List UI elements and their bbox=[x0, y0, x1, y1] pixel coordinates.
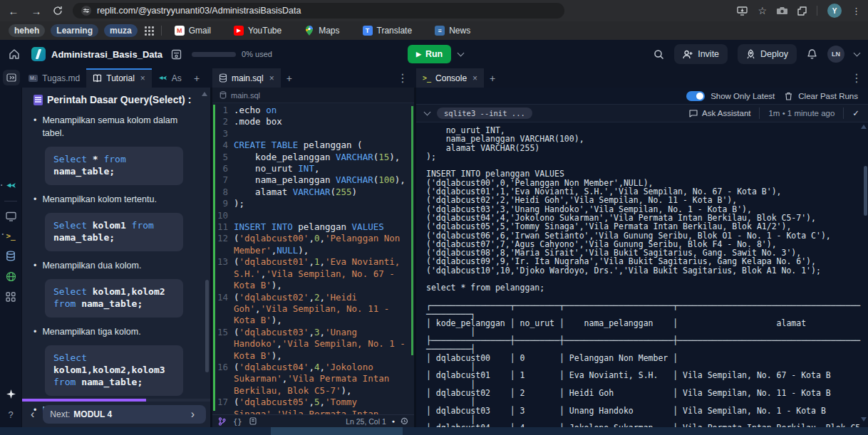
run-options-chevron-icon[interactable] bbox=[458, 50, 465, 57]
new-tab-icon[interactable]: + bbox=[281, 68, 298, 88]
tutorial-code-block[interactable]: Select * from nama_table; bbox=[45, 147, 183, 185]
new-tab-icon[interactable]: + bbox=[484, 68, 501, 88]
browser-profile-avatar[interactable]: Y bbox=[827, 4, 842, 18]
code-line[interactable]: 1.echo on bbox=[212, 105, 410, 116]
account-chevron-icon[interactable] bbox=[854, 50, 861, 57]
tab-tutorial[interactable]: Tutorial × bbox=[86, 68, 152, 88]
bookmark-gmail[interactable]: MGmail bbox=[169, 24, 217, 37]
bookmark-muza[interactable]: muza bbox=[104, 24, 138, 37]
console-output[interactable]: no_urut INT, nama_pelanggan VARCHAR(100)… bbox=[416, 123, 862, 427]
close-icon[interactable]: × bbox=[269, 73, 274, 83]
history-icon[interactable] bbox=[401, 417, 408, 425]
bookmark-heheh[interactable]: heheh bbox=[9, 24, 45, 37]
database-rail-icon[interactable] bbox=[6, 251, 16, 261]
help-icon[interactable]: ? bbox=[8, 409, 13, 420]
sparkle-upgrade-icon[interactable] bbox=[6, 389, 16, 399]
ask-assistant-button[interactable]: Ask Assistant bbox=[689, 109, 750, 117]
show-only-latest-toggle[interactable] bbox=[686, 91, 705, 101]
home-icon[interactable] bbox=[9, 48, 20, 60]
deploy-label: Deploy bbox=[760, 49, 788, 59]
console-scroll-up-icon[interactable] bbox=[861, 125, 867, 129]
code-line[interactable]: 7 nama_pelanggan VARCHAR(100), bbox=[212, 174, 410, 186]
close-icon[interactable]: × bbox=[472, 73, 477, 83]
code-text: ); bbox=[234, 198, 406, 209]
address-bar[interactable]: replit.com/@yastryyunanti03/Administrasi… bbox=[73, 3, 564, 19]
tutorial-code-block[interactable]: Select kolom1,kolom2 from nama_table; bbox=[45, 279, 183, 318]
save-status-icon[interactable] bbox=[171, 49, 182, 60]
code-line[interactable]: 3 bbox=[212, 128, 410, 140]
extensions-icon[interactable] bbox=[797, 6, 807, 16]
next-module-icon[interactable]: › bbox=[187, 408, 199, 421]
console-scroll-down-icon[interactable] bbox=[861, 417, 867, 421]
deploy-button[interactable]: Deploy bbox=[738, 44, 797, 64]
tutorial-code-block[interactable]: Select kolom1 from nama_table; bbox=[45, 213, 183, 251]
invite-button[interactable]: Invite bbox=[674, 44, 728, 64]
command-pill[interactable]: sqlite3 --init ... bbox=[437, 108, 532, 119]
search-icon[interactable] bbox=[653, 49, 664, 60]
next-module-button[interactable]: Next: MODUL 4 › bbox=[43, 405, 206, 424]
source-control-icon[interactable] bbox=[218, 417, 226, 426]
tab-assistant[interactable]: As bbox=[152, 68, 188, 88]
code-editor[interactable]: 1.echo on2.mode box34CREATE TABLE pelang… bbox=[212, 105, 410, 414]
notifications-bell-icon[interactable] bbox=[807, 48, 817, 60]
screenshot-icon[interactable] bbox=[777, 6, 787, 15]
sidebar-toggle-icon[interactable] bbox=[3, 70, 20, 85]
tutorial-code-block[interactable]: Select kolom1,kolom2,kolom3 from nama_ta… bbox=[45, 345, 183, 396]
editor-breadcrumb[interactable]: main.sql bbox=[212, 88, 414, 103]
apps-grid-icon[interactable] bbox=[145, 26, 154, 36]
pane-menu-icon[interactable]: ⋮ bbox=[845, 68, 868, 88]
scroll-up-arrow-icon[interactable] bbox=[202, 92, 207, 96]
code-line[interactable]: 17('dqlabcust05',5,'Tommy Sinaga','Vila … bbox=[212, 397, 410, 414]
code-token: , bbox=[309, 327, 314, 337]
shell-icon[interactable]: >_ bbox=[6, 231, 15, 241]
tab-main-sql[interactable]: main.sql × bbox=[212, 68, 281, 88]
back-icon[interactable]: ← bbox=[7, 5, 20, 17]
assistant-rail-icon[interactable] bbox=[6, 180, 16, 191]
cursor-position[interactable]: Ln 25, Col 1 bbox=[346, 417, 386, 426]
tab-console[interactable]: >_ Console × bbox=[416, 68, 484, 88]
replit-logo[interactable] bbox=[31, 47, 46, 61]
code-line[interactable]: 16('dqlabcust04',4,'Jokolono Sukarman','… bbox=[212, 362, 410, 397]
braces-icon[interactable]: {} bbox=[233, 417, 242, 426]
bookmark-maps[interactable]: Maps bbox=[299, 24, 345, 37]
bookmark-Learning[interactable]: Learning bbox=[51, 24, 98, 37]
collapse-chevron-icon[interactable] bbox=[424, 109, 431, 116]
tutorial-scrollbar[interactable] bbox=[205, 280, 209, 372]
code-line[interactable]: 6 no_urut INT, bbox=[212, 163, 410, 174]
bookmark-star-icon[interactable]: ☆ bbox=[758, 5, 767, 16]
output-monitor-icon[interactable] bbox=[6, 211, 16, 221]
run-button[interactable]: ▶ Run bbox=[408, 45, 451, 63]
tab-tugas-md[interactable]: M↓ Tugas.md bbox=[22, 68, 86, 88]
bookmark-news[interactable]: ≡News bbox=[429, 24, 476, 37]
code-line[interactable]: 9); bbox=[212, 198, 410, 209]
prev-module-icon[interactable]: ‹ bbox=[26, 408, 38, 421]
browser-menu-icon[interactable]: ⋮ bbox=[852, 6, 861, 16]
console-scrollbar[interactable] bbox=[864, 166, 867, 216]
new-tab-icon[interactable]: + bbox=[188, 68, 205, 88]
panel-layout-icon[interactable] bbox=[249, 417, 257, 425]
bookmark-translate[interactable]: TTranslate bbox=[357, 24, 418, 37]
install-icon[interactable] bbox=[737, 6, 748, 16]
close-icon[interactable]: × bbox=[140, 73, 145, 83]
apps-grid-rail-icon[interactable] bbox=[6, 292, 16, 302]
code-line[interactable]: 5 kode_pelanggan VARCHAR(15), bbox=[212, 152, 410, 163]
code-line[interactable]: 10 bbox=[212, 210, 410, 221]
code-line[interactable]: 11INSERT INTO pelanggan VALUES bbox=[212, 221, 410, 233]
webview-globe-icon[interactable] bbox=[6, 271, 16, 282]
pane-menu-icon[interactable]: ⋮ bbox=[391, 68, 414, 88]
code-line[interactable]: 14('dqlabcust02',2,'Heidi Goh','Vila Sem… bbox=[212, 292, 410, 327]
account-avatar[interactable]: LN bbox=[827, 46, 844, 63]
bookmark-youtube[interactable]: ▶YouTube bbox=[228, 24, 287, 37]
code-line[interactable]: 4CREATE TABLE pelanggan ( bbox=[212, 140, 410, 151]
clear-past-runs-label[interactable]: Clear Past Runs bbox=[798, 92, 858, 100]
trash-icon[interactable] bbox=[785, 92, 792, 100]
reload-icon[interactable] bbox=[53, 6, 66, 16]
code-line[interactable]: 12('dqlabcust00',0,'Pelanggan Non Member… bbox=[212, 233, 410, 256]
code-line[interactable]: 15('dqlabcust03',3,'Unang Handoko','Vila… bbox=[212, 327, 410, 362]
code-line[interactable]: 8 alamat VARCHAR(255) bbox=[212, 187, 410, 198]
code-line[interactable]: 2.mode box bbox=[212, 116, 410, 127]
forward-icon[interactable]: → bbox=[30, 5, 43, 17]
repl-title[interactable]: Administrasi_Basis_Data bbox=[51, 49, 162, 60]
code-line[interactable]: 13('dqlabcust01',1,'Eva Novianti, S.H.',… bbox=[212, 256, 410, 291]
site-info-icon[interactable] bbox=[81, 6, 91, 16]
